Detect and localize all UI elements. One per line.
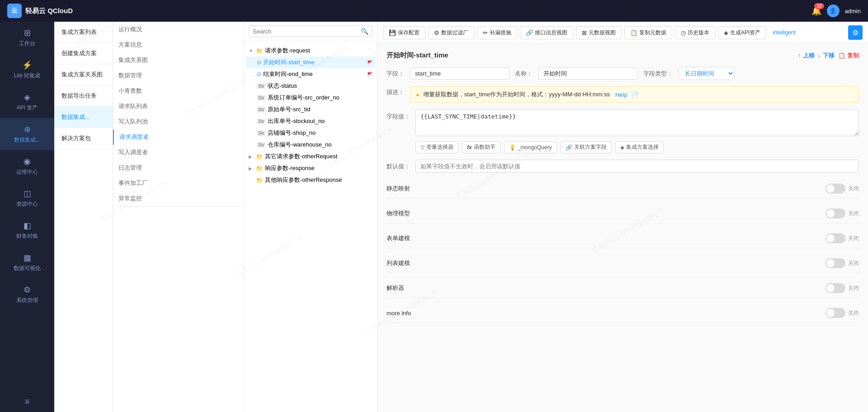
related-field-button[interactable]: 🔗 关联方案字段 — [561, 141, 612, 153]
tree-node-end-time[interactable]: ⊙ 结束时间-end_time 🚩 — [246, 68, 375, 80]
second-sidebar-item-relation[interactable]: 集成方案关系图 — [54, 64, 113, 85]
toggle-more-info: more info 关闭 — [387, 303, 859, 323]
tree-folder-response[interactable]: ▶ 📁 响应参数-response — [246, 162, 375, 174]
notification-bell[interactable]: 🔔 10 — [811, 6, 821, 16]
mongo-query-button[interactable]: 💡 _mongoQuery — [504, 141, 557, 153]
second-sidebar-item-list[interactable]: 集成方案列表 — [54, 22, 113, 43]
nav-run-overview[interactable]: 运行概况 — [113, 22, 244, 37]
sidebar-item-workbench[interactable]: ⊞ 工作台 — [0, 22, 54, 54]
toggle-control[interactable]: 关闭 — [826, 233, 859, 243]
nav-log-management[interactable]: 日志管理 — [113, 160, 244, 175]
toggle-control[interactable]: 关闭 — [826, 308, 859, 318]
detail-title-row: 开始时间-start_time ↑ 上移 ↓ 下移 📋 — [387, 51, 859, 60]
tree-node-warehouse[interactable]: Str 仓库编号-warehouse_no — [246, 139, 375, 151]
down-button[interactable]: ↓ 下移 — [818, 52, 835, 60]
nav-plan-info[interactable]: 方案信息 — [113, 37, 244, 52]
sidebar-bottom-menu[interactable]: ≡ — [0, 392, 54, 412]
second-sidebar-item-integration[interactable]: 数据集成... — [54, 107, 113, 128]
search-input[interactable] — [253, 28, 358, 35]
integration-select-button[interactable]: ◈ 集成方案选择 — [615, 141, 664, 153]
tree-node-status[interactable]: Str 状态-status — [246, 80, 375, 92]
help-link[interactable]: Help — [615, 91, 627, 98]
name-input[interactable] — [538, 67, 638, 80]
save-config-label: 保存配置 — [398, 29, 420, 37]
interface-view-button[interactable]: 🔗 接口信息视图 — [520, 26, 573, 39]
nav-anomaly-monitor[interactable]: 异常监控 — [113, 191, 244, 206]
data-filter-button[interactable]: ⚙ 数据过滤厂 — [428, 26, 474, 39]
nav-event-factory[interactable]: 事件加工厂 — [113, 175, 244, 191]
sidebar-item-visualization[interactable]: ▦ 数据可视化 — [0, 246, 54, 279]
copy-button[interactable]: 📋 复制 — [838, 52, 859, 60]
toggle-control[interactable]: 关闭 — [826, 258, 859, 268]
tree-node-src-order[interactable]: Str 系统订单编号-src_order_no — [246, 92, 375, 104]
nav-write-queue[interactable]: 写入队列池 — [113, 114, 244, 129]
copy-metadata-button[interactable]: 📋 复制元数据 — [624, 26, 672, 39]
second-sidebar-item-create[interactable]: 创建集成方案 — [54, 43, 113, 64]
detail-title: 开始时间-start_time — [387, 51, 448, 60]
metadata-view-button[interactable]: ⊠ 元数据视图 — [576, 26, 622, 39]
supplement-button[interactable]: ✏ 补漏措施 — [477, 26, 517, 39]
sidebar-item-ops[interactable]: ◉ 运维中心 — [0, 150, 54, 182]
toggle-control[interactable]: 关闭 — [826, 208, 859, 218]
up-button[interactable]: ↑ 上移 — [798, 52, 815, 60]
brand-name: 轻易云 QClouD — [25, 7, 73, 15]
field-input[interactable] — [410, 67, 509, 80]
topbar-right: 🔔 10 👤 admin — [811, 5, 861, 17]
nav-request-queue[interactable]: 请求队列表 — [113, 99, 244, 114]
tree-node-label: 其他响应参数-otherResponse — [265, 176, 373, 184]
content-area: 运行概况 方案信息 集成关系图 数据管理 小青查数 请求队列表 写入队列池 请求… — [113, 22, 868, 412]
up-label: 上移 — [803, 52, 815, 60]
finance-icon: ◧ — [24, 221, 31, 231]
sidebar-item-data-integration[interactable]: ⊕ 数据集成... — [0, 118, 54, 150]
toggle-control[interactable]: 关闭 — [826, 283, 859, 293]
sidebar-item-label: 工作台 — [19, 40, 35, 47]
resources-icon: ◫ — [24, 189, 31, 199]
tree-node-stockout[interactable]: Str 出库单号-stockout_no — [246, 115, 375, 127]
tree-node-start-time[interactable]: ⊙ 开始时间-start_time 🚩 — [246, 57, 375, 68]
toggle-switch[interactable] — [826, 233, 845, 243]
nav-write-scheduler[interactable]: 写入调度者 — [113, 145, 244, 160]
history-button[interactable]: ◷ 历史版本 — [675, 26, 715, 39]
detail-actions: ↑ 上移 ↓ 下移 📋 复制 — [798, 52, 859, 60]
intelligent-link[interactable]: intelligent — [769, 27, 799, 38]
toggle-switch[interactable] — [826, 208, 845, 218]
sidebar-item-finance[interactable]: ◧ 财务对账 — [0, 214, 54, 246]
tree-folder-other-response[interactable]: 📁 其他响应参数-otherResponse — [246, 174, 375, 186]
data-integration-icon: ⊕ — [24, 124, 31, 134]
desc-row: 描述： ● 增量获取数据，start_time作为开始时间，格式：yyyy-MM… — [387, 86, 859, 103]
second-sidebar-item-solution[interactable]: 解决方案包 — [54, 128, 113, 149]
toggle-switch[interactable] — [826, 184, 845, 194]
toggle-knob — [826, 309, 835, 317]
variable-selector-button[interactable]: ▽ 变量选择器 — [415, 141, 458, 153]
toggle-form-modeling: 表单建模 关闭 — [387, 229, 859, 248]
integration-label: 集成方案选择 — [626, 143, 659, 151]
nav-data-management[interactable]: 数据管理 — [113, 68, 244, 83]
sidebar-item-api[interactable]: ◈ API 资产 — [0, 86, 54, 118]
tree-node-shop[interactable]: Str 店铺编号-shop_no — [246, 127, 375, 139]
settings-button[interactable]: ⚙ — [848, 25, 863, 40]
nav-query-count[interactable]: 小青查数 — [113, 83, 244, 99]
folder-icon: 📁 — [256, 47, 263, 54]
toggle-control[interactable]: 关闭 — [826, 184, 859, 194]
second-sidebar-item-export[interactable]: 数据导出任务 — [54, 85, 113, 107]
tree-folder-request[interactable]: ▼ 📁 请求参数-request — [246, 45, 375, 57]
tree-toggle-icon: ▼ — [249, 48, 254, 53]
sidebar-item-system[interactable]: ⚙ 系统管理 — [0, 279, 54, 311]
default-input[interactable] — [415, 160, 859, 173]
sidebar-item-resources[interactable]: ◫ 资源中心 — [0, 182, 54, 214]
save-config-button[interactable]: 💾 保存配置 — [383, 26, 425, 39]
copy-icon: 📋 — [838, 52, 845, 59]
nav-request-scheduler[interactable]: 请求调度者 — [113, 129, 244, 145]
nav-integration-graph[interactable]: 集成关系图 — [113, 52, 244, 68]
field-type-select[interactable]: 长日期时间 — [678, 67, 735, 80]
toggle-switch[interactable] — [826, 258, 845, 268]
value-textarea[interactable]: {{LAST_SYNC_TIME|datetime}} — [415, 109, 859, 136]
api-asset-button[interactable]: ◈ 生成API资产 — [718, 26, 766, 39]
tree-node-label: 系统订单编号-src_order_no — [268, 94, 373, 102]
sidebar-item-lite[interactable]: ⚡ Lite 轻集成 — [0, 54, 54, 86]
tree-node-src-tid[interactable]: Str 原始单号-src_tid — [246, 104, 375, 115]
function-helper-button[interactable]: fx 函数助手 — [462, 141, 500, 153]
toggle-switch[interactable] — [826, 283, 845, 293]
toggle-switch[interactable] — [826, 308, 845, 318]
tree-folder-other-request[interactable]: ▶ 📁 其它请求参数-otherRequest — [246, 151, 375, 162]
